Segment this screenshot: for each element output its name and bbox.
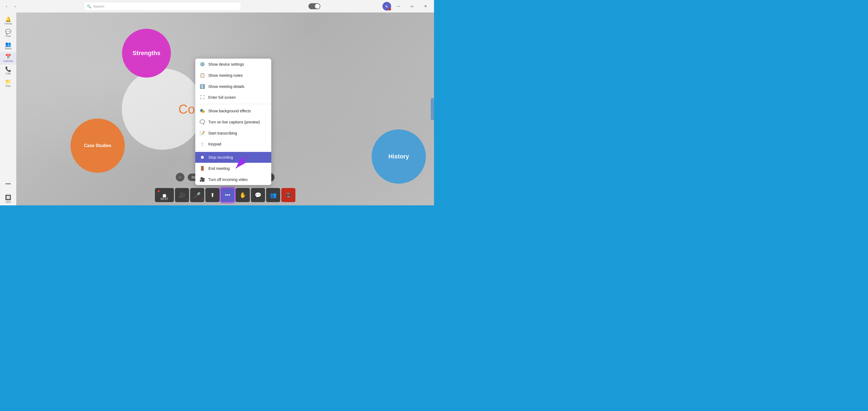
sidebar-item-activity[interactable]: 🔔 Activity: [0, 14, 16, 27]
menu-item-full-screen[interactable]: ⛶ Enter full screen: [195, 92, 271, 103]
sidebar-item-calendar[interactable]: 📅 Calendar: [0, 52, 16, 65]
sidebar-item-calls[interactable]: 📞 Calls: [0, 65, 16, 77]
menu-item-stop-recording[interactable]: ⏺ Stop recording: [195, 152, 271, 163]
minimize-button[interactable]: —: [392, 2, 405, 10]
menu-item-keypad[interactable]: :: Keypad: [195, 138, 271, 150]
menu-label-background-effects: Show background effects: [208, 109, 251, 113]
menu-label-full-screen: Enter full screen: [208, 95, 236, 100]
sidebar-label-activity: Activity: [4, 22, 12, 25]
meeting-notes-icon: 📋: [199, 73, 205, 78]
camera-off-indicator: ✕: [186, 198, 188, 201]
record-button-wrapper: ⏺ 02:07: [155, 188, 174, 202]
record-button[interactable]: ⏺ 02:07: [155, 188, 174, 202]
more-options-icon: •••: [225, 192, 230, 198]
title-bar-right: IL — ▭ ✕: [382, 2, 434, 10]
notification-badge: [389, 8, 391, 10]
strengths-circle: Strengths: [122, 29, 171, 77]
case-studies-circle: Case Studies: [70, 119, 125, 173]
activity-icon: 🔔: [5, 17, 11, 22]
stop-recording-icon: ⏺: [199, 155, 205, 160]
menu-divider-2: [195, 151, 271, 151]
camera-button[interactable]: 🎥 ✕: [175, 188, 189, 202]
chat-icon: 💬: [5, 29, 11, 34]
menu-item-meeting-details[interactable]: ℹ️ Show meeting details: [195, 81, 271, 92]
sidebar-label-teams: Teams: [5, 47, 12, 50]
mic-icon: 🎤: [194, 192, 201, 198]
back-button[interactable]: ‹: [3, 3, 10, 9]
menu-divider-1: [195, 104, 271, 104]
toggle-switch[interactable]: [308, 3, 320, 9]
menu-label-meeting-details: Show meeting details: [208, 84, 244, 89]
co-text: Co: [179, 101, 195, 116]
right-panel-hint: [431, 98, 434, 120]
chat-button[interactable]: 💬: [251, 188, 265, 202]
menu-label-meeting-notes: Show meeting notes: [208, 73, 243, 77]
mic-button[interactable]: 🎤 ✕: [190, 188, 204, 202]
close-button[interactable]: ✕: [420, 2, 432, 10]
background-effects-icon: 🎭: [199, 108, 205, 114]
raise-hand-icon: ✋: [240, 192, 246, 198]
sidebar-item-chat[interactable]: 💬 Chat: [0, 27, 16, 40]
camera-icon: 🎥: [179, 192, 186, 198]
nav-buttons: ‹ ›: [0, 3, 22, 9]
menu-item-meeting-notes[interactable]: 📋 Show meeting notes: [195, 70, 271, 81]
search-bar[interactable]: 🔍 Search: [84, 2, 241, 10]
record-dot: [158, 190, 160, 192]
menu-label-transcribe: Start transcribing: [208, 131, 237, 135]
mic-off-indicator: ✕: [201, 198, 203, 201]
menu-label-keypad: Keypad: [208, 142, 221, 146]
device-settings-icon: ⚙️: [199, 62, 205, 67]
sidebar-item-files[interactable]: 📁 Files: [0, 77, 16, 90]
history-circle: History: [372, 129, 426, 184]
sidebar-label-apps: Apps: [5, 200, 11, 203]
live-captions-icon: 🗨️: [199, 119, 205, 125]
share-screen-icon: ⬆: [210, 192, 215, 198]
share-screen-button[interactable]: ⬆: [205, 188, 219, 202]
more-options-button[interactable]: •••: [220, 188, 235, 202]
full-screen-icon: ⛶: [199, 95, 205, 100]
sidebar-item-teams[interactable]: 👥 Teams: [0, 40, 16, 52]
sidebar-label-chat: Chat: [5, 35, 10, 37]
menu-label-live-captions: Turn on live captions (preview): [208, 120, 260, 124]
calendar-icon: 📅: [5, 54, 11, 59]
menu-label-device-settings: Show device settings: [208, 62, 244, 66]
menu-item-end-meeting[interactable]: 🚪 End meeting: [195, 163, 271, 174]
avatar[interactable]: IL: [382, 2, 391, 10]
menu-item-device-settings[interactable]: ⚙️ Show device settings: [195, 59, 271, 70]
strengths-label: Strengths: [133, 50, 161, 57]
more-btn-wrapper: •••: [220, 188, 235, 202]
sidebar-label-calls: Calls: [5, 72, 11, 75]
end-call-button[interactable]: 📵: [281, 188, 296, 202]
prev-slide-button[interactable]: ‹: [176, 173, 184, 182]
toggle-knob: [315, 4, 320, 9]
menu-item-transcribe[interactable]: 📝 Start transcribing: [195, 127, 271, 138]
chat-bubble-icon: 💬: [255, 192, 261, 198]
main-content: Strengths Co Case Studies History ⚙️ Sho…: [16, 12, 434, 205]
menu-item-background-effects[interactable]: 🎭 Show background effects: [195, 105, 271, 116]
maximize-button[interactable]: ▭: [406, 2, 418, 10]
raise-hand-button[interactable]: ✋: [236, 188, 250, 202]
participants-button[interactable]: 👥: [266, 188, 280, 202]
sidebar-item-apps[interactable]: 🔲 Apps: [0, 193, 16, 205]
meeting-details-icon: ℹ️: [199, 84, 205, 89]
timer-display: 02:07: [161, 197, 168, 200]
menu-item-turn-off-video[interactable]: 🎥 Turn off incoming video: [195, 174, 271, 185]
search-icon: 🔍: [87, 4, 91, 8]
menu-label-stop-recording: Stop recording: [208, 155, 233, 160]
sidebar-label-calendar: Calendar: [3, 60, 13, 62]
title-bar: ‹ › 🔍 Search IL — ▭ ✕: [0, 0, 434, 12]
menu-label-end-meeting: End meeting: [208, 166, 230, 171]
history-label: History: [389, 153, 409, 160]
presentation-area: Strengths Co Case Studies History ⚙️ Sho…: [16, 12, 434, 205]
transcribe-icon: 📝: [199, 130, 205, 136]
participants-icon: 👥: [270, 192, 277, 198]
forward-button[interactable]: ›: [12, 3, 19, 9]
end-meeting-icon: 🚪: [199, 166, 205, 171]
context-menu: ⚙️ Show device settings 📋 Show meeting n…: [195, 59, 271, 185]
teams-icon: 👥: [5, 42, 11, 47]
case-studies-label: Case Studies: [84, 143, 111, 148]
more-icon: •••: [6, 182, 11, 186]
menu-item-live-captions[interactable]: 🗨️ Turn on live captions (preview): [195, 116, 271, 127]
sidebar-more[interactable]: •••: [0, 179, 16, 189]
end-call-icon: 📵: [285, 192, 292, 198]
